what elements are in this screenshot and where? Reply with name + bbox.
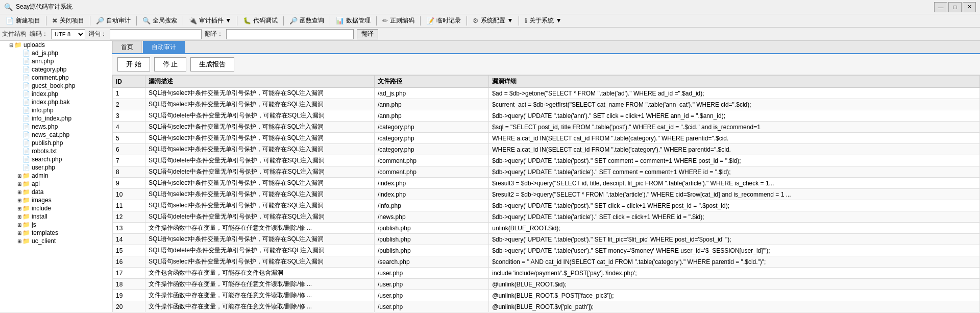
menu-global-search[interactable]: 🔍 全局搜索	[139, 15, 181, 27]
menu-close-project[interactable]: ✖ 关闭项目	[48, 15, 88, 27]
table-row[interactable]: 8SQL语句delete中条件变量无单引号保护，可能存在SQL注入漏洞/comm…	[113, 166, 980, 178]
cell-path: /category.php	[374, 133, 488, 144]
tree-label: search.php	[32, 156, 62, 163]
tree-toggle[interactable]: ⊞	[16, 189, 22, 195]
table-row[interactable]: 12SQL语句delete中条件变量无单引号保护，可能存在SQL注入漏洞/new…	[113, 211, 980, 223]
tree-toggle-uploads[interactable]: ⊟	[8, 42, 14, 48]
table-row[interactable]: 4SQL语句select中条件变量无单引号保护，可能存在SQL注入漏洞/cate…	[113, 122, 980, 133]
tree-toggle[interactable]: ⊞	[16, 173, 22, 179]
menu-code-debug[interactable]: 🐛 代码调试	[239, 15, 281, 27]
table-row[interactable]: 14SQL语句select中条件变量无单引号保护，可能存在SQL注入漏洞/pub…	[113, 234, 980, 245]
file-icon: 📄	[22, 148, 30, 155]
tree-item-templates[interactable]: ⊞📁templates	[0, 229, 112, 237]
report-button[interactable]: 生成报告	[190, 57, 234, 71]
translate-input[interactable]	[226, 29, 354, 39]
tree-item-index-php-bak[interactable]: 📄index.php.bak	[0, 98, 112, 106]
tree-toggle[interactable]: ⊞	[16, 198, 22, 203]
tree-item-comment-php[interactable]: 📄comment.php	[0, 74, 112, 82]
tree-item-ad_js-php[interactable]: 📄ad_js.php	[0, 49, 112, 57]
table-row[interactable]: 2SQL语句select中条件变量无单引号保护，可能存在SQL注入漏洞/ann.…	[113, 99, 980, 110]
tab-home[interactable]: 首页	[112, 41, 142, 53]
menu-audit-plugin[interactable]: 🔌 审计插件 ▼	[185, 15, 235, 27]
cell-id: 18	[113, 279, 145, 290]
close-button[interactable]: ✕	[963, 2, 976, 12]
tree-item-images[interactable]: ⊞📁images	[0, 196, 112, 204]
cell-detail: $db->query("UPDATE ".table('user')." SET…	[489, 245, 980, 256]
cell-path: /index.php	[374, 189, 488, 200]
tab-auto-audit[interactable]: 自动审计	[143, 41, 185, 53]
table-row[interactable]: 11SQL语句select中条件变量无单引号保护，可能存在SQL注入漏洞/inf…	[113, 200, 980, 211]
tree-item-js[interactable]: ⊞📁js	[0, 221, 112, 229]
tree-toggle[interactable]: ⊞	[16, 181, 22, 187]
action-bar: 开 始 停 止 生成报告	[112, 54, 980, 75]
table-row[interactable]: 13文件操作函数中存在变量，可能存在任意文件读取/删除/修 .../publis…	[113, 223, 980, 234]
tree-item-ann-php[interactable]: 📄ann.php	[0, 57, 112, 65]
menu-new-project[interactable]: 📄 新建项目	[2, 15, 44, 27]
table-row[interactable]: 20文件操作函数中存在变量，可能存在任意文件读取/删除/修 .../user.p…	[113, 301, 980, 312]
tree-label: data	[32, 188, 43, 196]
keyword-input[interactable]	[110, 29, 202, 39]
translate-button[interactable]: 翻译	[357, 29, 378, 39]
tree-label: ad_js.php	[32, 50, 58, 57]
tree-item-robots-txt[interactable]: 📄robots.txt	[0, 147, 112, 155]
tree-item-info-php[interactable]: 📄info.php	[0, 106, 112, 114]
minimize-button[interactable]: —	[934, 2, 947, 12]
table-row[interactable]: 9SQL语句select中条件变量无单引号保护，可能存在SQL注入漏洞/inde…	[113, 178, 980, 189]
cell-path: /category.php	[374, 122, 488, 133]
menu-sys-config[interactable]: ⚙ 系统配置 ▼	[469, 15, 517, 27]
menu-auto-audit[interactable]: 🔎 自动审计	[92, 15, 134, 27]
tree-item-uc_client[interactable]: ⊞📁uc_client	[0, 237, 112, 245]
tree-item-news-php[interactable]: 📄news.php	[0, 123, 112, 131]
cell-detail: @unlink(BLUE_ROOT.$_POST['face_pic3']);	[489, 290, 980, 301]
file-icon: 📄	[22, 131, 30, 138]
table-row[interactable]: 10SQL语句select中条件变量无单引号保护，可能存在SQL注入漏洞/ind…	[113, 189, 980, 200]
maximize-button[interactable]: □	[948, 2, 962, 12]
table-row[interactable]: 17文件包含函数中存在变量，可能存在文件包含漏洞/user.phpinclude…	[113, 268, 980, 279]
menu-func-query[interactable]: 🔎 函数查询	[286, 15, 328, 27]
tree-item-publish-php[interactable]: 📄publish.php	[0, 139, 112, 147]
table-row[interactable]: 15SQL语句delete中条件变量无单引号保护，可能存在SQL注入漏洞/pub…	[113, 245, 980, 256]
tree-item-news_cat-php[interactable]: 📄news_cat.php	[0, 131, 112, 139]
tree-toggle[interactable]: ⊞	[16, 238, 22, 244]
tree-label: news.php	[32, 123, 58, 130]
audit-plugin-icon: 🔌	[189, 17, 197, 25]
tree-toggle[interactable]: ⊞	[16, 214, 22, 220]
menu-temp-record[interactable]: 📝 临时记录	[423, 15, 464, 27]
table-row[interactable]: 5SQL语句select中条件变量无单引号保护，可能存在SQL注入漏洞/cate…	[113, 133, 980, 144]
table-row[interactable]: 3SQL语句delete中条件变量无单引号保护，可能存在SQL注入漏洞/ann.…	[113, 110, 980, 122]
tree-item-index-php[interactable]: 📄index.php	[0, 90, 112, 98]
cell-detail: include 'include/payment/'.$_POST['pay']…	[489, 268, 980, 279]
tree-item-data[interactable]: ⊞📁data	[0, 188, 112, 196]
table-row[interactable]: 18文件操作函数中存在变量，可能存在任意文件读取/删除/修 .../user.p…	[113, 279, 980, 290]
table-row[interactable]: 7SQL语句delete中条件变量无单引号保护，可能存在SQL注入漏洞/comm…	[113, 155, 980, 166]
tree-item-info_index-php[interactable]: 📄info_index.php	[0, 114, 112, 123]
tree-item-user-php[interactable]: 📄user.php	[0, 163, 112, 172]
folder-icon: 📁	[14, 41, 22, 49]
encoding-select[interactable]: UTF-8 GBK GB2312 BIG5	[51, 29, 85, 39]
cell-detail: $ad = $db->getone("SELECT * FROM ".table…	[489, 88, 980, 99]
tree-item-search-php[interactable]: 📄search.php	[0, 155, 112, 163]
menu-data-manage[interactable]: 📊 数据管理	[332, 15, 374, 27]
stop-button[interactable]: 停 止	[154, 57, 187, 71]
table-row[interactable]: 16SQL语句select中条件变量无单引号保护，可能存在SQL注入漏洞/sea…	[113, 256, 980, 268]
tree-toggle[interactable]: ⊞	[16, 206, 22, 211]
tree-item-guest_book-php[interactable]: 📄guest_book.php	[0, 82, 112, 90]
menu-about[interactable]: ℹ 关于系统 ▼	[521, 15, 565, 27]
tree-item-install[interactable]: ⊞📁install	[0, 212, 112, 221]
tree-toggle[interactable]: ⊞	[16, 230, 22, 236]
tree-root-uploads[interactable]: ⊟ 📁 uploads	[0, 41, 112, 49]
tree-item-api[interactable]: ⊞📁api	[0, 180, 112, 188]
code-debug-icon: 🐛	[243, 17, 251, 25]
regex-encode-icon: ✏	[382, 17, 388, 25]
table-row[interactable]: 1SQL语句select中条件变量无单引号保护，可能存在SQL注入漏洞/ad_j…	[113, 88, 980, 99]
tree-toggle[interactable]: ⊞	[16, 222, 22, 228]
tree-item-category-php[interactable]: 📄category.php	[0, 65, 112, 74]
start-button[interactable]: 开 始	[117, 57, 150, 71]
file-icon: 📄	[22, 90, 30, 98]
tree-item-include[interactable]: ⊞📁include	[0, 204, 112, 212]
table-row[interactable]: 19文件操作函数中存在变量，可能存在任意文件读取/删除/修 .../user.p…	[113, 290, 980, 301]
audit-table: ID 漏洞描述 文件路径 漏洞详细 1SQL语句select中条件变量无单引号保…	[112, 75, 980, 312]
table-row[interactable]: 6SQL语句select中条件变量无单引号保护，可能存在SQL注入漏洞/cate…	[113, 144, 980, 155]
tree-item-admin[interactable]: ⊞📁admin	[0, 172, 112, 180]
menu-regex-encode[interactable]: ✏ 正则编码	[379, 15, 418, 27]
